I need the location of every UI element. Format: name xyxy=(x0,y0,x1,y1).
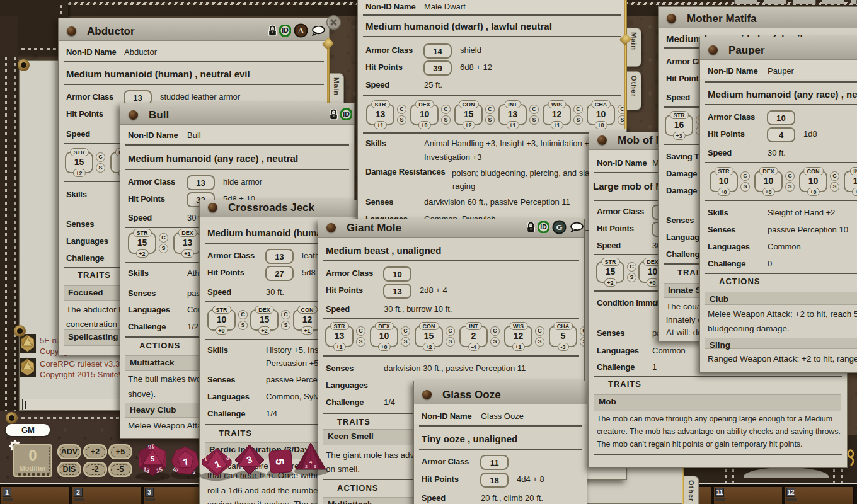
svg-text:5: 5 xyxy=(151,455,154,462)
svg-text:2: 2 xyxy=(305,464,308,469)
svg-text:5: 5 xyxy=(273,459,286,466)
svg-text:4: 4 xyxy=(309,459,313,465)
svg-text:G: G xyxy=(556,222,562,232)
svg-text:3: 3 xyxy=(314,464,316,469)
svg-text:18: 18 xyxy=(147,443,155,450)
svg-text:ID: ID xyxy=(282,26,289,34)
svg-text:A: A xyxy=(298,26,304,35)
svg-text:ID: ID xyxy=(540,223,547,231)
svg-text:2: 2 xyxy=(193,469,196,475)
svg-text:ID: ID xyxy=(343,110,350,118)
